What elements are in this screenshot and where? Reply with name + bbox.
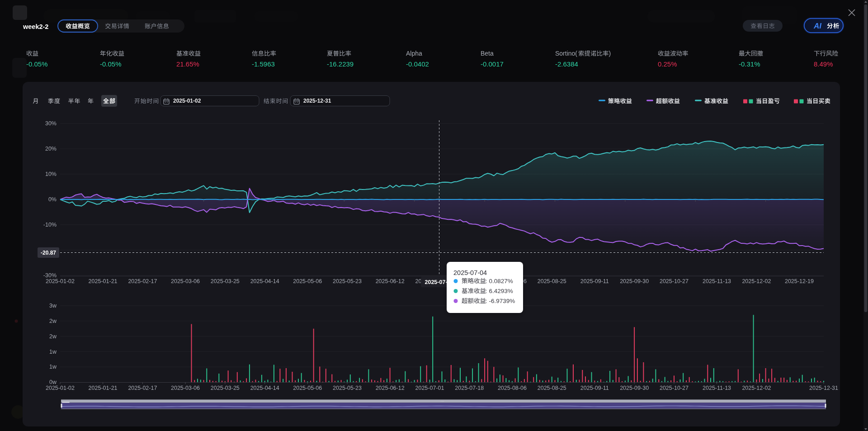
- svg-text:-0.05%: -0.05%: [100, 60, 122, 68]
- svg-text:-16.2239: -16.2239: [327, 60, 354, 68]
- svg-text:2025-08-06: 2025-08-06: [498, 385, 527, 391]
- svg-text:2025-12-31: 2025-12-31: [303, 98, 331, 104]
- svg-text:-0.05%: -0.05%: [26, 60, 48, 68]
- svg-text:2025-12-31: 2025-12-31: [809, 385, 838, 391]
- svg-text:2025-10-27: 2025-10-27: [660, 278, 689, 284]
- svg-text:-0.0402: -0.0402: [406, 60, 429, 68]
- svg-text:⋯: ⋯: [440, 399, 444, 403]
- svg-text:30%: 30%: [45, 120, 57, 127]
- svg-text:2025-06-12: 2025-06-12: [376, 278, 405, 284]
- svg-text:2025-03-06: 2025-03-06: [171, 385, 200, 391]
- svg-text:2025-12-19: 2025-12-19: [785, 278, 814, 284]
- svg-text:2025-03-06: 2025-03-06: [171, 278, 200, 284]
- svg-text:10%: 10%: [45, 171, 57, 177]
- svg-text:2025-05-23: 2025-05-23: [333, 385, 362, 391]
- svg-text:): ): [609, 50, 611, 57]
- svg-text:AI: AI: [813, 22, 822, 30]
- svg-text:8.49%: 8.49%: [814, 60, 833, 68]
- svg-text:1w: 1w: [49, 349, 57, 355]
- svg-text:2025-09-11: 2025-09-11: [580, 278, 609, 284]
- svg-text:2025-05-23: 2025-05-23: [333, 278, 362, 284]
- svg-text:2025-04-14: 2025-04-14: [250, 385, 279, 391]
- svg-text:2025-01-21: 2025-01-21: [89, 385, 118, 391]
- svg-text:-1.5963: -1.5963: [252, 60, 275, 68]
- svg-text:2025-12-02: 2025-12-02: [742, 278, 771, 284]
- svg-text:2025-11-13: 2025-11-13: [703, 385, 731, 391]
- svg-text:2025-09-30: 2025-09-30: [620, 278, 649, 284]
- svg-text:2w: 2w: [49, 318, 57, 324]
- svg-text:0%: 0%: [48, 196, 57, 203]
- svg-text:2025-11-13: 2025-11-13: [703, 278, 731, 284]
- svg-text:Beta: Beta: [481, 50, 494, 57]
- svg-text:2025-12-02: 2025-12-02: [742, 385, 771, 391]
- svg-text:2025-05-06: 2025-05-06: [293, 385, 322, 391]
- svg-text:Sortino(: Sortino(: [555, 50, 577, 57]
- svg-text:2025-10-27: 2025-10-27: [660, 385, 689, 391]
- svg-text:week2-2: week2-2: [23, 23, 48, 30]
- svg-text:2025-01-02: 2025-01-02: [46, 385, 75, 391]
- svg-text:2025-02-17: 2025-02-17: [128, 385, 157, 391]
- svg-text:2025-07-01: 2025-07-01: [415, 385, 444, 391]
- svg-text:21.65%: 21.65%: [176, 60, 199, 68]
- svg-text:1w: 1w: [49, 364, 57, 370]
- svg-text:2025-03-25: 2025-03-25: [211, 385, 240, 391]
- svg-text:2025-06-12: 2025-06-12: [376, 385, 405, 391]
- svg-text:2025-01-02: 2025-01-02: [173, 98, 201, 104]
- svg-text:2025-07-18: 2025-07-18: [455, 385, 484, 391]
- svg-text:Alpha: Alpha: [406, 50, 422, 57]
- svg-text:2025-09-30: 2025-09-30: [620, 385, 649, 391]
- svg-text:: 6.4293%: : 6.4293%: [486, 288, 513, 294]
- svg-text:2w: 2w: [49, 333, 57, 340]
- svg-text:3w: 3w: [49, 303, 57, 309]
- svg-text:-10%: -10%: [43, 222, 57, 228]
- svg-text:0.25%: 0.25%: [658, 60, 677, 68]
- svg-text:2025-04-14: 2025-04-14: [250, 278, 279, 284]
- svg-text:2025-03-25: 2025-03-25: [211, 278, 240, 284]
- svg-text:-2.6384: -2.6384: [555, 60, 578, 68]
- svg-text:2025-01-21: 2025-01-21: [89, 278, 118, 284]
- svg-text:2025-08-25: 2025-08-25: [538, 278, 566, 284]
- svg-text:2025-05-06: 2025-05-06: [293, 278, 322, 284]
- svg-text:: -6.9739%: : -6.9739%: [486, 298, 515, 304]
- svg-text:2025-01-02: 2025-01-02: [46, 278, 75, 284]
- svg-text:2025-09-11: 2025-09-11: [580, 385, 609, 391]
- svg-text:-0.31%: -0.31%: [739, 60, 760, 68]
- svg-text:20%: 20%: [45, 146, 57, 152]
- svg-text:-0.0017: -0.0017: [481, 60, 504, 68]
- svg-text:: 0.0827%: : 0.0827%: [486, 278, 513, 284]
- svg-text:2025-08-25: 2025-08-25: [538, 385, 566, 391]
- svg-text:2025-02-17: 2025-02-17: [128, 278, 157, 284]
- svg-text:2025-07-04: 2025-07-04: [453, 269, 487, 276]
- svg-text:-20.87: -20.87: [41, 250, 56, 256]
